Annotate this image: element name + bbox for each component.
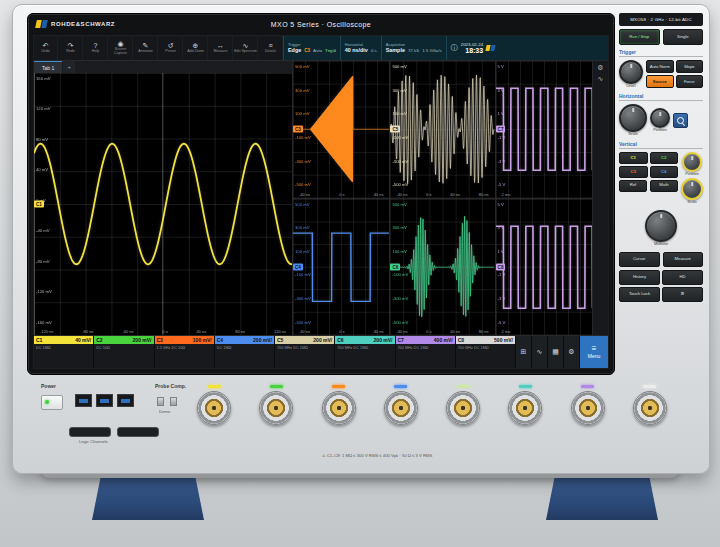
channel-chip[interactable]: C5 200 mV/ 700 MHz DC 1MΩ [275, 336, 334, 368]
toolbar-button[interactable]: ↶ Undo [34, 36, 58, 60]
toolbar-button[interactable]: ↷ Redo [59, 36, 83, 60]
quick-tile-button[interactable]: ⊞ [516, 336, 531, 368]
utility-button[interactable]: ⊞ [662, 287, 703, 302]
toolbar-button[interactable]: ≡ Details [259, 36, 283, 60]
trigger-button[interactable]: Force [676, 75, 704, 88]
y-axis-label: 40 mV [36, 168, 52, 172]
channel-marker[interactable]: C5 [390, 126, 400, 133]
toolbar-icon: ✎ [143, 42, 149, 49]
trigger-level-knob[interactable] [619, 60, 643, 84]
channel-id: C3 [157, 337, 163, 343]
scope-view-c8[interactable]: 5 V3 V1 V-1 V-3 V-5 V C8 2 ms [496, 199, 592, 336]
cursor-button[interactable]: Cursor [619, 252, 660, 267]
channel-bar: C1 40 mV/ DC 1MΩ C2 200 mV/ [34, 335, 608, 368]
channel-chip[interactable]: C1 40 mV/ DC 1MΩ [34, 336, 93, 368]
channel-marker[interactable]: C8 [496, 263, 506, 270]
time-axis-label: 120 ns [274, 330, 286, 334]
horizontal-position-knob[interactable] [650, 108, 670, 128]
channel-chip[interactable]: C3 100 mV/ 1.5 GHz DC 50Ω [155, 336, 214, 368]
horizontal-scale-knob[interactable] [619, 104, 647, 132]
utility-button[interactable]: HD [662, 270, 703, 285]
trigger-button[interactable]: Source [646, 75, 674, 88]
channel-chip[interactable]: C6 200 mV/ 700 MHz DC 1MΩ [335, 336, 394, 368]
utility-button[interactable]: Touch Lock [619, 287, 660, 302]
quick-tile-icon: ▦ [552, 348, 559, 356]
measure-button[interactable]: Measure [663, 252, 704, 267]
single-button[interactable]: Single [663, 29, 704, 45]
channel-button[interactable]: C1 [619, 152, 648, 164]
probe-comp-pin [157, 397, 164, 406]
toolbar-button[interactable]: ∿ Edit Spectrum [234, 36, 258, 60]
acquisition-record: 72 kS [408, 48, 419, 53]
scope-view-c3[interactable]: 500 mV300 mV100 mV-100 mV-300 mV-500 mV … [293, 61, 389, 198]
channel-scale: 400 mV/ [434, 337, 453, 343]
toolbar-button[interactable]: ↺ Preset [159, 36, 183, 60]
vertical-position-knob[interactable] [682, 152, 702, 172]
tab-1[interactable]: Tab 1 [34, 61, 62, 73]
scope-view-c6[interactable]: 500 mV300 mV100 mV-100 mV-300 mV-500 mV … [390, 199, 494, 336]
quick-tile-button[interactable]: ▦ [548, 336, 563, 368]
multiuse-knob[interactable] [645, 210, 677, 242]
run-stop-button[interactable]: Run / Stop [619, 29, 660, 45]
logic-probe-connectors [69, 427, 159, 437]
toolbar-button[interactable]: ✎ Annotate [134, 36, 158, 60]
channel-scale: 200 mV/ [133, 337, 152, 343]
channel-coupling: 700 MHz DC 1MΩ [335, 344, 394, 350]
channel-chip[interactable]: C8 500 mV/ 700 MHz DC 1MΩ [456, 336, 515, 368]
settings-icon[interactable]: ⚙ [597, 64, 603, 71]
y-axis-label: -120 mV [36, 290, 52, 294]
channel-chip[interactable]: C7 400 mV/ 700 MHz DC 1MΩ [396, 336, 455, 368]
usb-port [117, 394, 134, 407]
math-button[interactable]: Math [650, 180, 678, 192]
time-axis-label: -40 ns [299, 330, 310, 334]
trigger-button[interactable]: Slope [676, 60, 704, 73]
toolbar-button[interactable]: ◉ Screen Capture [109, 36, 133, 60]
trigger-button[interactable]: Auto Norm [646, 60, 674, 73]
bnc-channel [629, 385, 671, 425]
utility-button[interactable]: History [619, 270, 660, 285]
menu-button[interactable]: ≡ Menu [580, 336, 608, 368]
channel-scale: 40 mV/ [75, 337, 91, 343]
channel-button[interactable]: C3 [619, 166, 648, 178]
toolbar-button[interactable]: ↔ Measure [209, 36, 233, 60]
touchscreen[interactable]: ↶ Undo ↷ Redo ? Help [33, 35, 609, 369]
channel-button[interactable]: C2 [650, 152, 679, 164]
scope-view-c7[interactable]: 5 V3 V1 V-1 V-3 V-5 V C7 2 ms [496, 61, 592, 198]
signal-icon[interactable]: ∿ [598, 75, 604, 82]
scope-view-c1[interactable]: 160 mV120 mV80 mV40 mV0 mV-40 mV-80 mV-1… [34, 73, 292, 335]
channel-button[interactable]: C4 [650, 166, 679, 178]
acquisition-status[interactable]: Acquisition Sample 72 kS 1.5 GSa/s [381, 36, 446, 60]
channel-led [643, 385, 656, 388]
connector-panel: Power Probe Comp. Demo Logic Channels [27, 381, 703, 469]
channel-chip[interactable]: C2 200 mV/ DC 50Ω [94, 336, 153, 368]
toolbar-button[interactable]: ⊕ Add Zoom [184, 36, 208, 60]
channel-marker[interactable]: C6 [390, 263, 400, 270]
toolbar-button[interactable]: ? Help [84, 36, 108, 60]
channel-marker[interactable]: C1 [34, 201, 44, 208]
y-axis-label: 100 mV [295, 250, 311, 254]
quick-tile-button[interactable]: ∿ [532, 336, 547, 368]
trigger-status[interactable]: Trigger Edge C3 Auto Trig'd [283, 36, 340, 60]
bnc-connector [508, 391, 542, 425]
power-button[interactable] [41, 395, 63, 410]
quick-tile-icon: ⚙ [568, 348, 574, 356]
y-axis-label: -500 mV [392, 183, 408, 187]
time-axis-labels: -120 ns-80 ns-40 ns0 s40 ns80 ns120 ns [40, 330, 286, 334]
channel-chip[interactable]: C4 200 mV/ DC 1MΩ [215, 336, 274, 368]
quick-access-tiles: ⊞ ∿ ▦ ⚙ [516, 336, 579, 368]
utility-buttons: History HD Touch Lock ⊞ [619, 270, 703, 302]
time-axis-label: 80 ns [235, 330, 245, 334]
info-clock[interactable]: ⓘ 2023-02-24 18:33 [446, 36, 503, 60]
ref-button[interactable]: Ref [619, 180, 647, 192]
scope-view-c5[interactable]: 500 mV300 mV100 mV-100 mV-300 mV-500 mV … [390, 61, 494, 198]
time-axis-label: 40 ns [374, 193, 384, 197]
channel-marker[interactable]: C7 [496, 126, 506, 133]
zoom-button[interactable] [673, 113, 688, 128]
channel-marker[interactable]: C4 [293, 263, 303, 270]
scope-view-c4[interactable]: 500 mV300 mV100 mV-100 mV-300 mV-500 mV … [293, 199, 389, 336]
vertical-scale-knob[interactable] [681, 178, 703, 200]
channel-marker[interactable]: C3 [293, 126, 303, 133]
add-tab-button[interactable]: + [63, 61, 75, 73]
quick-tile-button[interactable]: ⚙ [564, 336, 579, 368]
horizontal-status[interactable]: Horizontal 40 ns/div 0 s [340, 36, 381, 60]
